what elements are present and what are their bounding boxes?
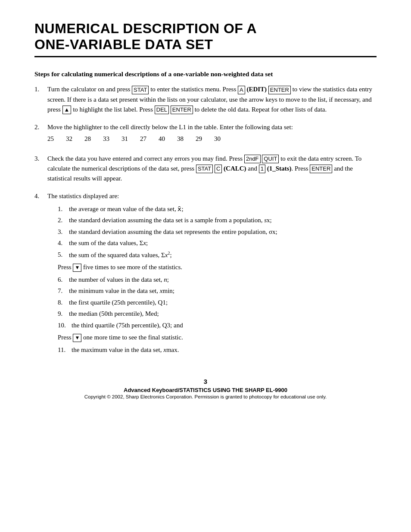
- key-1: 1: [259, 165, 265, 173]
- data-val-4: 33: [103, 134, 109, 144]
- sub-num-1: 1.: [58, 204, 69, 214]
- step-3: 3. Check the data you have entered and c…: [34, 154, 377, 184]
- sub-item-7: 7. the minimum value in the data set, xm…: [58, 286, 377, 296]
- sub-item-5: 5. the sum of the squared data values, Σ…: [58, 250, 377, 260]
- sub-content-4: the sum of the data values, Σx;: [69, 238, 377, 248]
- sub-list-3: 11. the maximum value in the data set, x…: [47, 345, 377, 355]
- footer-title: Advanced Keyboard/STATISTICS USING THE S…: [34, 387, 377, 393]
- key-enter-1b: ENTER: [171, 106, 193, 114]
- sub-item-8: 8. the first quartile (25th percentile),…: [58, 298, 377, 308]
- step-3-number: 3.: [34, 154, 47, 184]
- key-2ndf: 2ndF: [244, 155, 261, 163]
- step-4-intro: The statistics displayed are:: [47, 193, 119, 199]
- sub-content-10: the third quartile (75th percentile), Q3…: [72, 320, 377, 330]
- key-del: DEL: [155, 106, 169, 114]
- sub-num-8: 8.: [58, 298, 69, 308]
- data-val-10: 30: [214, 134, 221, 144]
- sub-num-3: 3.: [58, 227, 69, 237]
- data-val-1: 25: [47, 134, 54, 144]
- step-2: 2. Move the highlighter to the cell dire…: [34, 122, 377, 146]
- key-enter-3: ENTER: [310, 165, 332, 173]
- step-4: 4. The statistics displayed are: 1. the …: [34, 191, 377, 356]
- page-title: NUMERICAL DESCRIPTION OF A ONE-VARIABLE …: [34, 21, 377, 53]
- key-up-arrow: ▲: [62, 106, 72, 114]
- step-4-number: 4.: [34, 191, 47, 356]
- key-quit: QUIT: [262, 155, 279, 163]
- press-end: Press ▼ one more time to see the final s…: [47, 333, 377, 342]
- sub-content-9: the median (50th percentile), Med;: [69, 309, 377, 319]
- sub-item-10: 10. the third quartile (75th percentile)…: [58, 320, 377, 330]
- data-val-9: 29: [196, 134, 202, 144]
- sub-num-2: 2.: [58, 215, 69, 225]
- step-1: 1. Turn the calculator on and press STAT…: [34, 84, 377, 115]
- steps-list: 1. Turn the calculator on and press STAT…: [34, 84, 377, 356]
- sub-content-11: the maximum value in the data set, xmax.: [72, 345, 377, 355]
- step-1-number: 1.: [34, 84, 47, 115]
- sub-item-3: 3. the standard deviation assuming the d…: [58, 227, 377, 237]
- step-2-number: 2.: [34, 122, 47, 146]
- section-heading: Steps for calculating numerical descript…: [34, 69, 377, 79]
- sub-list-1: 1. the average or mean value of the data…: [47, 204, 377, 260]
- key-enter-1a: ENTER: [268, 86, 291, 94]
- key-a: A: [238, 86, 245, 94]
- step-3-content: Check the data you have entered and corr…: [47, 154, 377, 184]
- sub-num-7: 7.: [58, 286, 69, 296]
- data-val-8: 38: [177, 134, 184, 144]
- sub-content-5: the sum of the squared data values, Σx2;: [69, 250, 377, 260]
- key-stat-3: STAT: [196, 165, 213, 173]
- sub-item-1: 1. the average or mean value of the data…: [58, 204, 377, 214]
- data-val-5: 31: [121, 134, 128, 144]
- sub-item-2: 2. the standard deviation assuming the d…: [58, 215, 377, 225]
- data-set-row: 25 32 28 33 31 27 40 38 29 30: [47, 134, 377, 144]
- sub-item-9: 9. the median (50th percentile), Med;: [58, 309, 377, 319]
- key-edit-label: (EDIT): [246, 86, 267, 93]
- title-divider: [34, 56, 377, 57]
- sub-content-2: the standard deviation assuming the data…: [69, 215, 377, 225]
- data-val-6: 27: [140, 134, 146, 144]
- sub-num-9: 9.: [58, 309, 69, 319]
- sub-item-4: 4. the sum of the data values, Σx;: [58, 238, 377, 248]
- key-c: C: [215, 165, 222, 173]
- press-mid: Press ▼ five times to see more of the st…: [47, 262, 377, 272]
- step-1-content: Turn the calculator on and press STAT to…: [47, 84, 377, 115]
- sub-content-8: the first quartile (25th percentile), Q1…: [69, 298, 377, 308]
- step-2-content: Move the highlighter to the cell directl…: [47, 122, 377, 146]
- data-val-7: 40: [159, 134, 165, 144]
- key-stat-1: STAT: [132, 86, 149, 94]
- data-val-3: 28: [84, 134, 91, 144]
- sub-num-5: 5.: [58, 250, 69, 260]
- sub-item-6: 6. the number of values in the data set,…: [58, 275, 377, 285]
- key-calc-label: (CALC): [224, 165, 246, 172]
- sub-num-11: 11.: [58, 345, 72, 355]
- sub-content-3: the standard deviation assuming the data…: [69, 227, 377, 237]
- sub-num-10: 10.: [58, 320, 72, 330]
- data-val-2: 32: [66, 134, 72, 144]
- key-down-arrow-end: ▼: [73, 334, 81, 342]
- footer-copyright: Copyright © 2002, Sharp Electronics Corp…: [34, 394, 377, 399]
- sub-num-6: 6.: [58, 275, 69, 285]
- footer: 3 Advanced Keyboard/STATISTICS USING THE…: [34, 378, 377, 399]
- footer-page-number: 3: [34, 378, 377, 385]
- sub-list-2: 6. the number of values in the data set,…: [47, 275, 377, 330]
- sub-content-7: the minimum value in the data set, xmin;: [69, 286, 377, 296]
- sub-item-11: 11. the maximum value in the data set, x…: [58, 345, 377, 355]
- sub-num-4: 4.: [58, 238, 69, 248]
- sub-content-1: the average or mean value of the data se…: [69, 204, 377, 214]
- sub-content-6: the number of values in the data set, n;: [69, 275, 377, 285]
- key-down-arrow-mid: ▼: [73, 264, 81, 272]
- key-1stats-label: (1_Stats): [267, 165, 292, 172]
- step-4-content: The statistics displayed are: 1. the ave…: [47, 191, 377, 356]
